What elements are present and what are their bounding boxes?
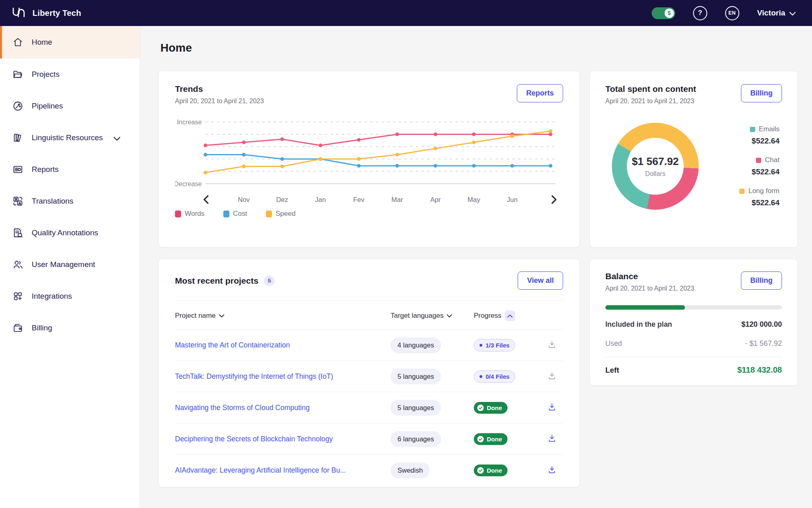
donut-total-value: $1 567.92 <box>632 155 679 168</box>
sidebar-item-translations[interactable]: Translations <box>0 185 140 217</box>
project-link[interactable]: Deciphering the Secrets of Blockchain Te… <box>175 435 333 443</box>
projects-title: Most recent projects <box>175 276 258 286</box>
spent-title: Total spent on content <box>605 84 696 94</box>
translate-icon <box>12 195 24 207</box>
legend-item-cost: Cost <box>223 210 247 218</box>
chat-swatch-icon <box>756 158 761 163</box>
done-badge: Done <box>474 465 508 476</box>
sidebar-item-label: Projects <box>32 70 60 79</box>
user-menu[interactable]: Victoria <box>757 9 796 17</box>
download-button[interactable] <box>546 338 558 352</box>
legend-item-long-form: Long form $522.64 <box>739 187 780 207</box>
sidebar-item-projects[interactable]: Projects <box>0 59 140 90</box>
balance-card: Balance April 20, 2021 to April 21, 2023… <box>590 259 798 386</box>
legend-label: Words <box>185 210 205 218</box>
balance-progress-bar <box>605 305 782 310</box>
billing-button[interactable]: Billing <box>741 84 782 102</box>
legend-value: $522.64 <box>752 198 780 207</box>
folder-icon <box>12 69 24 80</box>
question-mark-icon: ? <box>698 9 702 17</box>
download-button[interactable] <box>546 401 558 415</box>
download-button[interactable] <box>546 369 558 383</box>
languages-pill: 4 languages <box>391 337 441 353</box>
recent-projects-card: Most recent projects 5 View all Project … <box>158 259 580 487</box>
sidebar-item-reports[interactable]: Reports <box>0 154 140 185</box>
sidebar-item-billing[interactable]: Billing <box>0 312 140 344</box>
brand-name: Liberty Tech <box>32 9 81 18</box>
wallet-icon <box>12 322 24 334</box>
download-button[interactable] <box>546 463 558 477</box>
brand: Liberty Tech <box>11 6 81 21</box>
sidebar-item-integrations[interactable]: Integrations <box>0 280 140 312</box>
chevron-down-icon <box>447 314 452 318</box>
svg-text:Nov: Nov <box>238 196 250 203</box>
sidebar-item-pipelines[interactable]: Pipelines <box>0 90 140 122</box>
svg-text:Jan: Jan <box>315 196 326 203</box>
languages-pill: 6 languages <box>391 431 441 447</box>
spent-date-range: April 20, 2021 to April 21, 2023 <box>605 98 696 105</box>
top-bar: Liberty Tech $ ? EN Victoria <box>0 0 812 26</box>
reports-button[interactable]: Reports <box>517 84 563 102</box>
legend-value: $522.64 <box>752 137 780 145</box>
project-link[interactable]: Navigating the Storms of Cloud Computing <box>175 404 310 412</box>
column-label: Project name <box>175 312 216 320</box>
project-link[interactable]: TechTalk: Demystifying the Internet of T… <box>175 372 333 380</box>
project-link[interactable]: AIAdvantage: Leveraging Artificial Intel… <box>175 466 346 474</box>
done-badge: Done <box>474 402 508 414</box>
svg-text:Apr: Apr <box>430 196 441 203</box>
progress-dot-icon <box>479 344 482 347</box>
balance-date-range: April 20, 2021 to April 21, 2023 <box>605 285 694 292</box>
column-target-languages[interactable]: Target languages <box>391 312 474 320</box>
sidebar-item-user-management[interactable]: User Management <box>0 249 140 280</box>
svg-text:Increase: Increase <box>177 119 202 126</box>
sidebar-item-label: Linguistic Resources <box>32 133 103 142</box>
progress-dot-icon <box>479 375 482 378</box>
svg-text:Decrease: Decrease <box>175 180 202 187</box>
balance-row-left: Left $118 432.08 <box>605 365 782 375</box>
legend-item-chat: Chat $522.64 <box>752 156 780 176</box>
languages-pill: Swedish <box>391 462 430 478</box>
sidebar-item-linguistic-resources[interactable]: Linguistic Resources <box>0 122 140 154</box>
project-link[interactable]: Mastering the Art of Containerization <box>175 341 290 349</box>
spent-donut-chart: $1 567.92 Dollars <box>612 123 699 210</box>
total-spent-card: Total spent on content April 20, 2021 to… <box>590 71 798 247</box>
sidebar-item-home[interactable]: Home <box>0 26 140 59</box>
sidebar-item-label: Pipelines <box>32 102 63 111</box>
legend-item-speed: Speed <box>266 210 296 218</box>
cost-swatch-icon <box>223 211 229 217</box>
sidebar-item-quality-annotations[interactable]: Quality Annotations <box>0 217 140 249</box>
svg-text:May: May <box>468 196 481 203</box>
language-label: EN <box>728 10 736 16</box>
user-name: Victoria <box>757 9 785 17</box>
legend-item-emails: Emails $522.64 <box>750 125 780 145</box>
legend-item-words: Words <box>175 210 205 218</box>
sidebar: Home Projects Pipelines Linguistic Resou… <box>0 26 140 508</box>
report-icon <box>12 164 24 175</box>
page-title: Home <box>160 41 798 54</box>
column-label: Target languages <box>391 312 443 320</box>
view-all-button[interactable]: View all <box>518 271 563 290</box>
sidebar-item-label: Billing <box>32 323 52 332</box>
trends-line-chart: IncreaseDecreaseNovDezJanFevMarAprMayJun <box>175 115 564 206</box>
chevron-up-icon <box>507 314 513 318</box>
trends-title: Trends <box>175 84 264 94</box>
check-circle-icon <box>477 467 484 474</box>
speed-swatch-icon <box>266 211 272 217</box>
sidebar-item-label: Translations <box>32 197 73 206</box>
balance-row-used: Used - $1 567.92 <box>605 339 782 348</box>
balance-row-included: Included in the plan $120 000.00 <box>605 320 782 329</box>
currency-toggle[interactable]: $ <box>652 7 675 19</box>
trends-date-range: April 20, 2021 to April 21, 2023 <box>175 98 264 105</box>
languages-pill: 5 languages <box>391 400 441 416</box>
balance-progress-fill <box>605 305 685 310</box>
column-progress[interactable]: Progress <box>474 310 541 321</box>
column-project-name[interactable]: Project name <box>175 312 391 320</box>
help-button[interactable]: ? <box>693 6 707 20</box>
sort-ascending-indicator <box>505 310 515 321</box>
download-button[interactable] <box>546 432 558 446</box>
table-row: TechTalk: Demystifying the Internet of T… <box>175 360 563 392</box>
main-content: Home Trends April 20, 2021 to April 21, … <box>140 26 812 508</box>
sidebar-item-label: Home <box>32 38 52 47</box>
language-button[interactable]: EN <box>725 6 739 20</box>
billing-button[interactable]: Billing <box>741 271 782 290</box>
